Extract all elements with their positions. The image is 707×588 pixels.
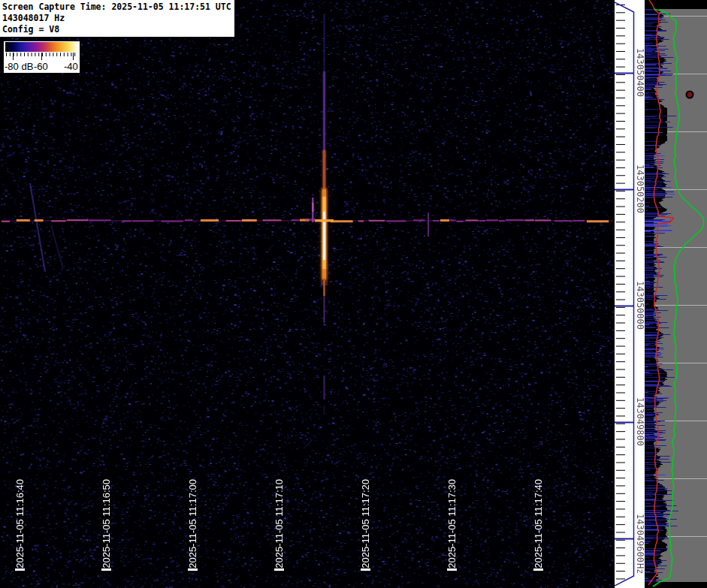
frequency-axis-label: 143050000 xyxy=(635,281,645,330)
time-tick-mark xyxy=(101,568,111,571)
time-tick-mark xyxy=(274,568,284,571)
time-tick-mark xyxy=(15,568,25,571)
waterfall-spectrogram xyxy=(0,0,615,588)
color-scale-legend: -80 dB -60 -40 xyxy=(4,41,80,73)
time-axis-label: 2025-11-05 11:17:00 xyxy=(187,479,198,568)
frequency-axis-label: 143050400 xyxy=(635,48,645,97)
time-axis-label: 2025-11-05 11:17:40 xyxy=(533,479,544,568)
spectrogram-capture-window: Screen Capture Time: 2025-11-05 11:17:51… xyxy=(0,0,707,588)
time-axis-label: 2025-11-05 11:17:20 xyxy=(360,479,371,568)
color-scale-gradient xyxy=(5,42,78,52)
time-tick-mark xyxy=(533,568,543,571)
scale-label-80db: -80 dB xyxy=(5,61,33,72)
time-tick-mark xyxy=(188,568,198,571)
spectrum-amplitude-panel xyxy=(645,0,707,588)
scale-label-40: -40 xyxy=(64,61,78,72)
frequency-unit-label: Hz xyxy=(635,563,645,574)
scale-label-60: -60 xyxy=(34,61,48,72)
time-tick-mark xyxy=(361,568,370,571)
time-axis-label: 2025-11-05 11:16:40 xyxy=(14,479,26,568)
frequency-axis-label: 143049800 xyxy=(635,397,645,446)
time-axis-label: 2025-11-05 11:17:10 xyxy=(273,479,285,568)
capture-time-text: Screen Capture Time: 2025-11-05 11:17:51… xyxy=(2,2,232,13)
capture-info-box: Screen Capture Time: 2025-11-05 11:17:51… xyxy=(0,0,235,38)
center-frequency-text: 143048017 Hz xyxy=(2,13,232,24)
time-axis-label: 2025-11-05 11:16:50 xyxy=(101,479,112,568)
time-tick-mark xyxy=(447,568,457,571)
frequency-axis-label: 143049600 xyxy=(635,514,645,562)
color-scale-ticks xyxy=(5,53,78,60)
time-axis-label: 2025-11-05 11:17:30 xyxy=(446,479,458,568)
config-text: Config = V8 xyxy=(2,24,232,35)
frequency-axis-label: 143050200 xyxy=(635,164,645,213)
